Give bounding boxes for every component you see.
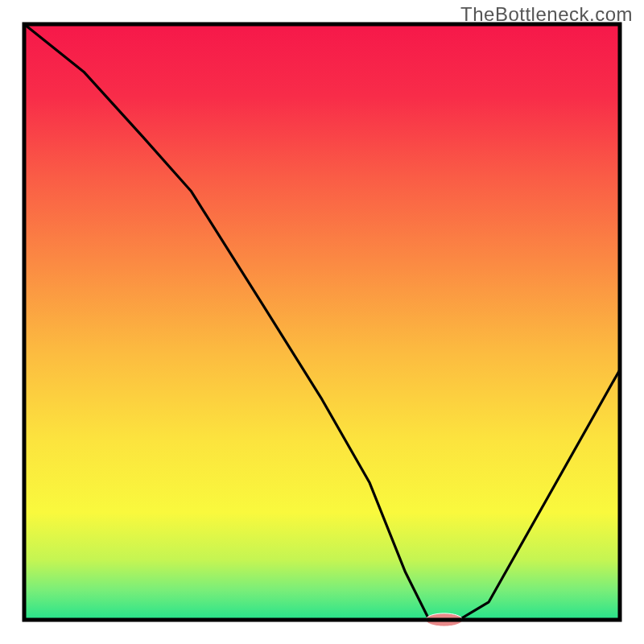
watermark-text: TheBottleneck.com [460,3,633,26]
chart-frame: TheBottleneck.com [0,0,644,644]
bottleneck-chart [0,0,644,644]
